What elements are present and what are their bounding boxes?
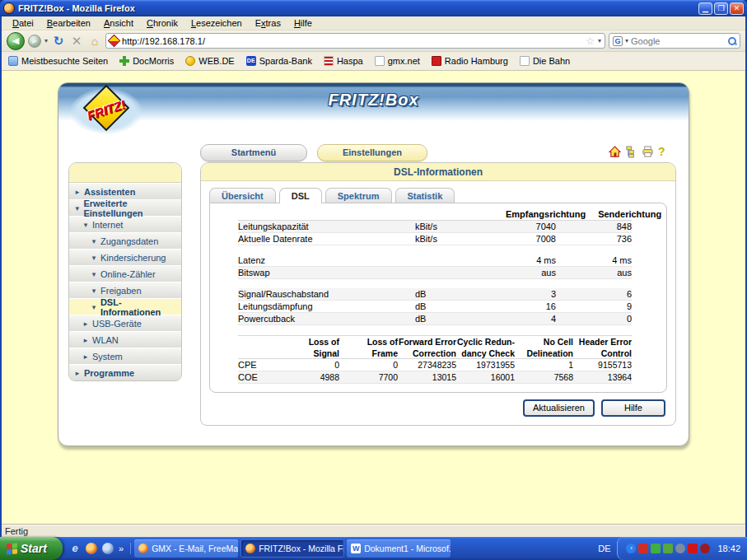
security-tray-icon[interactable] [700,544,710,553]
url-dropdown-icon[interactable]: ▾ [598,37,601,44]
menu-hilfe[interactable]: Hilfe [288,17,318,29]
url-input[interactable] [122,36,582,46]
language-indicator[interactable]: DE [591,544,617,553]
forward-button[interactable]: ▶ [28,35,41,48]
error-cell: CPE [238,359,281,371]
dsl-cell: 4 ms [556,254,632,267]
browser-quicklaunch-icon[interactable] [86,543,97,554]
window-titlebar[interactable]: FRITZ!Box - Mozilla Firefox ▁ ❒ ✕ [0,0,747,16]
search-icon[interactable] [727,36,736,45]
tab-statistik[interactable]: Statistik [395,188,455,203]
hide-tray-icons-button[interactable]: ‹ [626,544,636,553]
search-input[interactable] [631,36,725,46]
update-tray-icon[interactable] [651,544,661,553]
sidebar-item-kindersicherung[interactable]: ▾Kindersicherung [69,250,181,265]
site-favicon [108,35,121,48]
sidebar-item-programme[interactable]: ▸Programme [69,365,181,380]
sidebar-nav: ▸Assistenten▾Erweiterte Einstellungen▾In… [68,162,182,381]
sidebar-item-label: System [92,352,123,362]
bookmark-star-icon[interactable]: ☆ [586,35,595,47]
menu-bearbeiten[interactable]: Bearbeiten [41,17,96,29]
menu-datei[interactable]: Datei [7,17,40,29]
back-button[interactable]: ◀ [7,32,25,50]
chevron-down-icon: ▾ [91,287,97,295]
sidebar-item-online-z-hler[interactable]: ▾Online-Zähler [69,266,181,282]
history-dropdown-icon[interactable]: ▾ [44,37,48,44]
minimize-button[interactable]: ▁ [698,2,712,15]
volume-tray-icon[interactable] [675,544,685,553]
home-icon[interactable] [609,146,621,158]
sitemap-icon[interactable] [625,146,637,158]
dsl-cell: 4 [506,313,556,325]
nav-button-einstellungen[interactable]: Einstellungen [317,144,427,161]
menu-ansicht[interactable]: Ansicht [98,17,139,29]
dsl-table-row: LeitungskapazitätkBit/s7040848 [238,221,632,233]
sidebar-item-internet[interactable]: ▾Internet [69,217,181,232]
sidebar-item-usb-ger-te[interactable]: ▸USB-Geräte [69,315,181,331]
sidebar-item-erweiterte-einstellungen[interactable]: ▾Erweiterte Einstellungen [69,200,181,216]
address-bar[interactable]: ☆ ▾ [105,33,605,49]
quicklaunch-overflow-icon[interactable]: » [119,544,124,553]
start-button[interactable]: Start [0,537,63,560]
nav-button-startmenu[interactable]: Startmenü [200,144,307,161]
sidebar-item-wlan[interactable]: ▸WLAN [69,332,181,348]
system-tray: ‹ 18:42 [617,537,747,560]
error-table-row: COE498877001301516001756813964 [238,371,632,384]
search-bar[interactable]: G ▾ [609,33,740,49]
menu-lesezeichen[interactable]: Lesezeichen [185,17,248,29]
home-button[interactable]: ⌂ [87,35,102,48]
internet-explorer-icon[interactable]: e [69,543,81,554]
sidebar-item-dsl-informationen[interactable]: ▾DSL-Informationen [69,299,181,315]
menu-chronik[interactable]: Chronik [141,17,184,29]
bookmark-item[interactable]: Radio Hamburg [432,56,508,66]
error-header-cell: Header Error Control [573,336,632,359]
close-button[interactable]: ✕ [730,2,744,15]
word-task-icon: W [351,544,361,553]
bookmark-label: Haspa [337,56,363,66]
bookmark-item[interactable]: Meistbesuchte Seiten [8,56,108,66]
taskbar-clock: 18:42 [712,544,740,553]
sidebar-item-zugangsdaten[interactable]: ▾Zugangsdaten [69,233,181,249]
task-buttons: GMX - E-Mail, FreeMai...FRITZ!Box - Mozi… [131,539,591,558]
bookmark-item[interactable]: DESparda-Bank [246,56,312,66]
sidebar-item-assistenten[interactable]: ▸Assistenten [69,184,181,199]
tab-dsl[interactable]: DSL [279,188,322,203]
sidebar-item-system[interactable]: ▸System [69,348,181,364]
avira-tray-icon[interactable] [688,544,698,553]
bookmark-item[interactable]: WEB.DE [185,56,234,66]
bookmark-item[interactable]: Haspa [324,56,363,66]
chevron-right-icon: ▸ [74,188,81,196]
bookmark-item[interactable]: Die Bahn [520,56,570,66]
dsl-cell: kBit/s [415,221,506,233]
firefox-icon [3,2,15,14]
restore-button[interactable]: ❒ [714,2,728,15]
sidebar-item-freigaben[interactable]: ▾Freigaben [69,282,181,298]
bookmark-item[interactable]: gmx.net [375,56,420,66]
stop-button[interactable]: ✕ [69,34,84,49]
bookmark-item[interactable]: DocMorris [119,56,174,66]
task-button[interactable]: WDokument1 - Microsof... [347,539,451,558]
taskbar: Start e » GMX - E-Mail, FreeMai...FRITZ!… [0,537,747,560]
pdf-tray-icon[interactable] [638,544,648,553]
chevron-down-icon: ▾ [91,237,97,245]
help-button[interactable]: Hilfe [601,399,665,417]
sidebar-header [69,163,181,183]
help-icon[interactable]: ? [658,146,670,158]
task-button[interactable]: GMX - E-Mail, FreeMai... [134,539,238,558]
tab-spektrum[interactable]: Spektrum [325,188,392,203]
tab-übersicht[interactable]: Übersicht [209,188,276,203]
desktop-quicklaunch-icon[interactable] [102,543,114,554]
reload-button[interactable]: ↻ [51,34,66,49]
dsl-cell: Bitswap [238,267,415,279]
menu-bar: DateiBearbeitenAnsichtChronikLesezeichen… [2,16,745,30]
print-icon[interactable] [642,146,654,158]
brand-title: FRITZ!Box [58,91,689,110]
chevron-down-icon: ▾ [74,204,80,212]
dsl-header-cell [415,208,506,221]
refresh-button[interactable]: Aktualisieren [523,399,595,417]
content-panel: DSL-Informationen ÜbersichtDSLSpektrumSt… [200,162,676,426]
search-engine-dropdown-icon[interactable]: ▾ [625,37,628,44]
task-button[interactable]: FRITZ!Box - Mozilla Fi... [240,539,344,558]
menu-extras[interactable]: Extras [250,17,287,29]
network-tray-icon[interactable] [663,544,673,553]
